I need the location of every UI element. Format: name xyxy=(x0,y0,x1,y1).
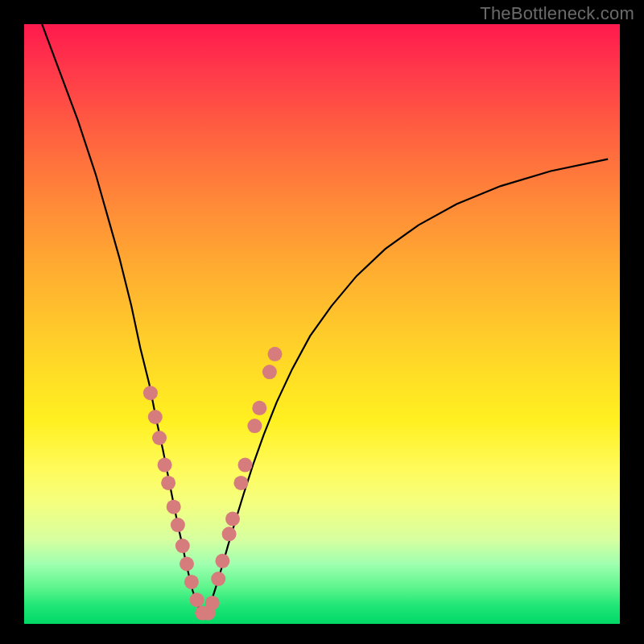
highlight-dot xyxy=(190,592,204,607)
highlight-dot xyxy=(184,575,199,589)
highlight-dot xyxy=(205,596,220,610)
highlight-dot xyxy=(211,572,225,586)
highlight-dot xyxy=(238,458,253,473)
highlight-dot xyxy=(233,476,248,490)
highlight-dot xyxy=(262,365,277,379)
highlight-dot xyxy=(167,500,181,514)
highlight-dot xyxy=(215,554,229,568)
highlight-dot xyxy=(225,512,240,526)
highlight-dot xyxy=(171,518,185,532)
highlight-dot xyxy=(268,347,283,361)
highlight-dot xyxy=(161,476,175,490)
highlight-dot xyxy=(148,410,163,424)
highlight-dot xyxy=(143,386,158,400)
highlight-dots-group xyxy=(143,347,283,621)
highlight-dot xyxy=(158,458,172,473)
highlight-dot xyxy=(247,419,262,433)
highlight-dot xyxy=(252,401,266,415)
highlight-dot xyxy=(175,539,190,553)
plot-area xyxy=(24,24,620,624)
outer-frame: TheBottleneck.com xyxy=(0,0,644,644)
curve-svg xyxy=(24,24,620,624)
highlight-dot xyxy=(180,557,194,572)
right-branch-line xyxy=(204,159,609,618)
highlight-dot xyxy=(222,526,237,541)
watermark-text: TheBottleneck.com xyxy=(480,3,634,24)
highlight-dot xyxy=(152,431,167,445)
